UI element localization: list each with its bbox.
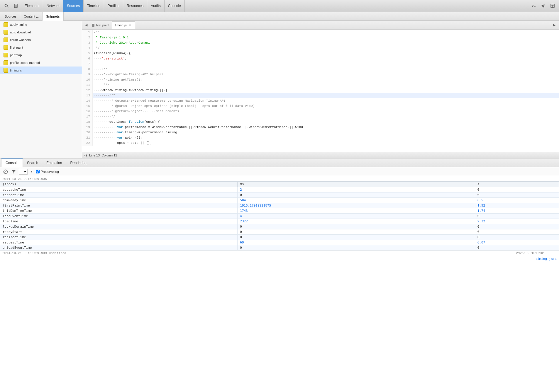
table-row: readyStart 0 0 — [0, 229, 559, 235]
code-line-6: 6 ····'use·strict'; — [82, 56, 559, 61]
preserve-log-label[interactable]: Preserve log — [36, 170, 59, 173]
code-line-16: 16 ·········*·@return·Object·······measu… — [82, 109, 559, 114]
file-item-timing-js[interactable]: timing.js — [0, 67, 82, 74]
table-cell-index: lookupDomainTime — [0, 224, 238, 229]
code-line-7: 7 — [82, 61, 559, 67]
editor-tabs: ◀ first paint timing.js ✕ ▶ — [82, 21, 559, 30]
table-cell-ms: 0 — [238, 192, 475, 198]
tab-prev-button[interactable]: ◀ — [83, 22, 89, 28]
code-line-17: 17 ·········*/ — [82, 114, 559, 119]
filter-console-button[interactable] — [11, 168, 17, 175]
table-cell-index: redirectTime — [0, 235, 238, 240]
console-timestamp-1: 2014-10-21 08:52:29.935 — [0, 176, 559, 181]
status-bar-text: Line 13, Column 12 — [89, 154, 117, 157]
search-icon-button[interactable] — [2, 2, 11, 10]
table-cell-index: connectTime — [0, 192, 238, 198]
file-item-profile-scope[interactable]: profile scope method — [0, 59, 82, 67]
pinned-tab-label: first paint — [96, 23, 109, 27]
table-cell-s: 2.32 — [475, 219, 559, 224]
svg-point-0 — [5, 4, 8, 7]
frame-select-arrow-button[interactable]: ▼ — [29, 168, 34, 175]
tab-audits[interactable]: Audits — [147, 0, 164, 12]
main-container: Sources Content ... Snippets apply timin… — [0, 12, 559, 392]
table-row: unloadEventTime 0 0 — [0, 245, 559, 250]
console-toolbar: ▼ Preserve log — [0, 167, 559, 176]
console-vm-ref: VM256 2_101:101 — [516, 251, 545, 255]
table-cell-ms: 2 — [238, 187, 475, 192]
table-row: redirectTime 0 0 — [0, 235, 559, 240]
code-line-1: 1 /** — [82, 30, 559, 35]
clear-console-button[interactable] — [2, 168, 9, 175]
table-cell-index: readyStart — [0, 229, 238, 235]
table-cell-ms: 2322 — [238, 219, 475, 224]
table-cell-index: initDomTreeTime — [0, 208, 238, 214]
code-line-10: 10 ·····*·timing.getTimes(); — [82, 77, 559, 82]
table-row: firstPaintTime 1915.17919921875 1.92 — [0, 203, 559, 208]
file-icon — [4, 45, 8, 50]
tab-sources[interactable]: Sources — [63, 0, 84, 12]
table-cell-ms: 1915.17919921875 — [238, 203, 475, 208]
tab-elements[interactable]: Elements — [21, 0, 43, 12]
file-name: auto download — [10, 30, 31, 34]
sources-tab-content[interactable]: Content ... — [20, 12, 43, 21]
table-cell-ms: 504 — [238, 198, 475, 203]
pinned-tab-first-paint[interactable]: first paint — [89, 21, 112, 29]
tab-network[interactable]: Network — [43, 0, 63, 12]
console-footer: timing.js:1 — [0, 256, 559, 262]
file-name: profile scope method — [10, 61, 40, 64]
table-cell-s: 0.07 — [475, 240, 559, 245]
sources-tab-snippets[interactable]: Snippets — [43, 12, 63, 21]
file-icon — [4, 22, 8, 27]
file-item-first-paint[interactable]: first paint — [0, 44, 82, 51]
code-line-22: 22 ············opts·=·opts·||·{}; — [82, 140, 559, 146]
file-item-count-wachers[interactable]: count wachers — [0, 36, 82, 44]
tab-console[interactable]: Console — [165, 0, 185, 12]
file-name: count wachers — [10, 38, 31, 42]
editor-tab-close-button[interactable]: ✕ — [128, 23, 132, 27]
file-item-apply-timing[interactable]: apply timing — [0, 21, 82, 28]
tab-collapse-button[interactable]: ▶ — [551, 23, 558, 27]
table-cell-s: 1.74 — [475, 208, 559, 214]
code-area: ◀ first paint timing.js ✕ ▶ — [82, 21, 559, 158]
table-cell-s: 0 — [475, 224, 559, 229]
file-item-perfmap[interactable]: perfmap — [0, 51, 82, 59]
file-name: first paint — [10, 46, 23, 49]
tab-timeline[interactable]: Timeline — [84, 0, 104, 12]
tab-profiles[interactable]: Profiles — [104, 0, 123, 12]
bottom-tabs: Console Search Emulation Rendering — [0, 158, 559, 167]
table-cell-index: loadTime — [0, 219, 238, 224]
code-line-21: 21 ············var·api·=·{}; — [82, 135, 559, 140]
file-item-auto-download[interactable]: auto download — [0, 28, 82, 36]
table-row: loadTime 2322 2.32 — [0, 219, 559, 224]
console-content[interactable]: 2014-10-21 08:52:29.935 (index) ms s app… — [0, 176, 559, 392]
terminal-icon-button[interactable] — [530, 2, 538, 10]
layout-icon-button[interactable] — [548, 2, 557, 10]
gear-icon-button[interactable] — [539, 2, 547, 10]
table-cell-ms: 0 — [238, 245, 475, 250]
toolbar-right — [530, 2, 557, 10]
code-editor[interactable]: 1 /** 2 * Timing·js·1.0.1 3 * Copyright·… — [82, 30, 559, 152]
code-line-18: 18 ········getTimes:·function(opts)·{ — [82, 119, 559, 125]
svg-rect-10 — [92, 24, 94, 27]
file-icon — [4, 30, 8, 35]
sources-tab-sources[interactable]: Sources — [1, 12, 20, 21]
svg-point-4 — [16, 7, 16, 8]
bottom-tab-rendering[interactable]: Rendering — [66, 158, 90, 167]
svg-marker-13 — [12, 170, 16, 173]
bottom-tab-console[interactable]: Console — [1, 158, 23, 167]
table-cell-ms: 4 — [238, 214, 475, 219]
bottom-tab-search[interactable]: Search — [23, 158, 42, 167]
editor-tab-timing-js[interactable]: timing.js ✕ — [112, 21, 135, 29]
bottom-tab-emulation[interactable]: Emulation — [42, 158, 66, 167]
device-icon-button[interactable] — [12, 2, 20, 10]
table-cell-index: domReadyTime — [0, 198, 238, 203]
preserve-log-checkbox[interactable] — [36, 170, 40, 173]
col-header-s: s — [475, 182, 559, 187]
table-cell-ms: 0 — [238, 224, 475, 229]
svg-rect-3 — [15, 5, 17, 7]
bottom-panel: Console Search Emulation Rendering ▼ — [0, 158, 559, 392]
tab-resources[interactable]: Resources — [123, 0, 147, 12]
table-row: lookupDomainTime 0 0 — [0, 224, 559, 229]
code-line-13: 13 ········/** — [82, 93, 559, 98]
frame-select[interactable] — [19, 169, 28, 175]
